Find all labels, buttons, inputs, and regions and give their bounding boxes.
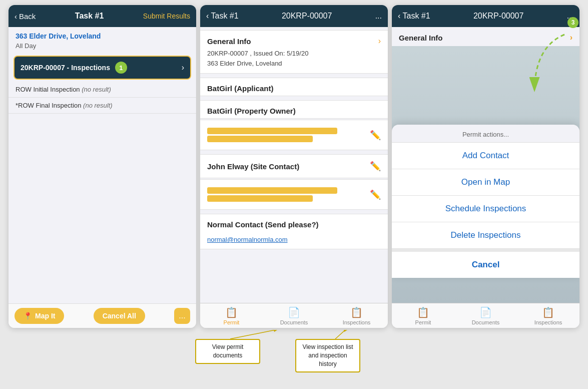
screen3-permit-tab-icon: 📋 xyxy=(417,306,429,318)
screen3-inspections-tab-label: Inspections xyxy=(534,319,562,325)
permit-tab-label: Permit xyxy=(224,319,240,325)
svg-line-1 xyxy=(230,330,275,339)
delete-inspections-item[interactable]: Delete Inspections xyxy=(392,222,579,249)
map-it-button[interactable]: 📍 Map It xyxy=(15,308,64,324)
screen1-bottom-bar: 📍 Map It Cancel All ... xyxy=(9,303,196,328)
screen2-back-button[interactable]: ‹ Task #1 xyxy=(206,12,239,21)
applicant-section[interactable]: BatGirl (Applicant) xyxy=(200,78,388,96)
site-contact-section[interactable]: John Elway (Site Contact) ✏️ xyxy=(200,154,388,178)
redacted-block-2: ✏️ xyxy=(200,179,388,210)
site-contact-title: John Elway (Site Contact) xyxy=(207,162,299,171)
add-contact-item[interactable]: Add Contact xyxy=(392,143,579,169)
svg-line-3 xyxy=(335,330,345,339)
redacted-bar-1 xyxy=(207,128,337,134)
permit-address: 363 Elder Drive, Loveland xyxy=(207,60,282,67)
normal-contact-section[interactable]: Normal Contact (Send please?) normal@nor… xyxy=(200,214,388,249)
applicant-title: BatGirl (Applicant) xyxy=(207,84,274,93)
redacted-bar-2 xyxy=(207,136,313,142)
normal-contact-email-block: normal@normalnormla.com xyxy=(200,232,388,249)
screen2-more-icon: ... xyxy=(375,12,382,20)
chevron-left-icon-2: ‹ xyxy=(206,12,209,20)
inspection-note-2: (no result) xyxy=(83,102,113,109)
inspection-row-2[interactable]: *ROW Final Inspection (no result) xyxy=(9,98,196,114)
tab-permit[interactable]: 📋 Permit xyxy=(200,303,263,328)
chevron-left-icon: ‹ xyxy=(15,12,17,21)
address-text: 363 Elder Drive, Loveland xyxy=(9,27,196,42)
redacted-block-1: ✏️ xyxy=(200,120,388,150)
screen3-inspections-tab-icon: 📋 xyxy=(542,306,554,318)
tab-inspections[interactable]: 📋 Inspections xyxy=(325,303,388,328)
redacted-bar-3 xyxy=(207,187,337,194)
screen2-more-button[interactable]: ... xyxy=(375,12,382,21)
inspection-label-1: ROW Initial Inspection xyxy=(16,86,82,93)
property-owner-section[interactable]: BatGirl (Property Owner) xyxy=(200,100,388,119)
general-info-section[interactable]: General Info › 20KRP-00007 , Issued On: … xyxy=(200,30,388,74)
annotations-area: 2 View permit documents View inspection … xyxy=(5,330,583,384)
edit-icon-3[interactable]: ✏️ xyxy=(370,189,381,200)
permit-number: 20KRP-00007 , Issued On: 5/19/20 xyxy=(207,50,308,57)
screen2-back-label: Task #1 xyxy=(211,12,238,20)
annotation2-text: View inspection list and inspection hist… xyxy=(302,343,353,367)
cancel-all-button[interactable]: Cancel All xyxy=(94,308,145,324)
permit-label: 20KRP-00007 - Inspections xyxy=(21,64,110,72)
normal-contact-title: Normal Contact (Send please?) xyxy=(207,220,319,229)
schedule-inspections-item[interactable]: Schedule Inspections xyxy=(392,196,579,222)
screen2: ‹ Task #1 20KRP-00007 ... General Info ›… xyxy=(200,5,388,328)
svg-marker-4 xyxy=(343,330,347,332)
screen1-navbar: ‹ Back Task #1 Submit Results xyxy=(9,5,196,27)
screen3: ‹ Task #1 20KRP-00007 ... 3 xyxy=(392,5,579,328)
submit-results-button[interactable]: Submit Results xyxy=(143,12,190,20)
inspection-label-2: *ROW Final Inspection xyxy=(16,102,83,109)
annotation-box-1: View permit documents xyxy=(195,339,260,364)
map-it-label: Map It xyxy=(35,312,55,320)
back-button[interactable]: ‹ Back xyxy=(15,12,36,21)
documents-tab-icon: 📄 xyxy=(288,306,300,318)
screens-container: ‹ Back Task #1 Submit Results 363 Elder … xyxy=(5,5,583,328)
schedule-text: All Day xyxy=(9,42,196,54)
tab-documents[interactable]: 📄 Documents xyxy=(263,303,325,328)
screen3-tab-documents[interactable]: 📄 Documents xyxy=(454,303,517,328)
annotation-arrows: 2 xyxy=(5,330,583,385)
normal-contact-email[interactable]: normal@normalnormla.com xyxy=(207,236,288,243)
cancel-action-item[interactable]: Cancel xyxy=(392,252,579,278)
permit-item-left: 20KRP-00007 - Inspections 1 xyxy=(21,62,127,74)
edit-icon-2[interactable]: ✏️ xyxy=(370,161,381,172)
screen1: ‹ Back Task #1 Submit Results 363 Elder … xyxy=(9,5,196,328)
screen2-navbar: ‹ Task #1 20KRP-00007 ... xyxy=(200,5,388,27)
general-info-title: General Info xyxy=(207,37,251,46)
annotation-box-2: View inspection list and inspection hist… xyxy=(295,339,360,372)
screen3-navbar: ‹ Task #1 20KRP-00007 ... xyxy=(392,5,579,27)
back-label: Back xyxy=(19,12,36,21)
edit-icon-1[interactable]: ✏️ xyxy=(370,130,381,141)
inspection-note-1: (no result) xyxy=(82,86,111,93)
dashed-arrow-svg xyxy=(519,32,574,97)
screen3-title: 20KRP-00007 xyxy=(473,12,524,21)
screen3-documents-tab-icon: 📄 xyxy=(479,306,492,318)
open-in-map-item[interactable]: Open in Map xyxy=(392,169,579,196)
screen3-tab-inspections[interactable]: 📋 Inspections xyxy=(517,303,579,328)
screen2-bottom-tabs: 📋 Permit 📄 Documents 📋 Inspections xyxy=(200,303,388,328)
screen3-documents-tab-label: Documents xyxy=(472,319,500,325)
action-sheet-title: Permit actions... xyxy=(392,125,579,143)
action-sheet: Permit actions... Add Contact Open in Ma… xyxy=(392,125,579,278)
annotation1-text: View permit documents xyxy=(212,343,243,359)
screen3-tab-permit[interactable]: 📋 Permit xyxy=(392,303,454,328)
documents-tab-label: Documents xyxy=(280,319,308,325)
cancel-all-label: Cancel All xyxy=(103,312,136,320)
screen3-bottom-tabs: 📋 Permit 📄 Documents 📋 Inspections xyxy=(392,303,579,328)
permit-detail-list: General Info › 20KRP-00007 , Issued On: … xyxy=(200,27,388,303)
more-button[interactable]: ... xyxy=(174,308,190,324)
badge-3: 3 xyxy=(567,17,578,28)
permit-item[interactable]: 20KRP-00007 - Inspections 1 › xyxy=(14,56,191,80)
chevron-right-icon: › xyxy=(182,63,184,72)
screen3-back-button[interactable]: ‹ Task #1 xyxy=(398,12,430,21)
property-owner-title: BatGirl (Property Owner) xyxy=(207,107,296,115)
redacted-bar-4 xyxy=(207,195,313,202)
inspection-row-1[interactable]: ROW Initial Inspection (no result) xyxy=(9,82,196,98)
screen3-permit-tab-label: Permit xyxy=(415,319,431,325)
screen3-back-label: Task #1 xyxy=(402,12,430,20)
screen1-title: Task #1 xyxy=(75,12,104,21)
general-info-sub: 20KRP-00007 , Issued On: 5/19/20 363 Eld… xyxy=(200,49,388,73)
general-info-chevron: › xyxy=(378,37,381,46)
more-label: ... xyxy=(179,311,185,320)
